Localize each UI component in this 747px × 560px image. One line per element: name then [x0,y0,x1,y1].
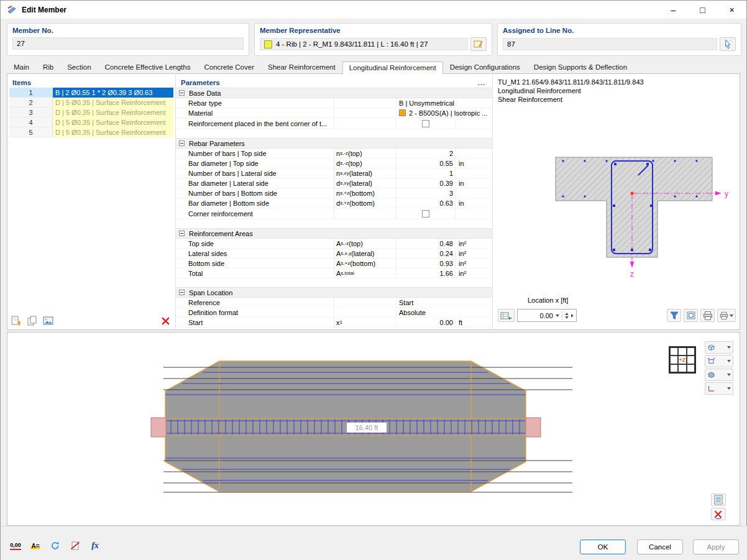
items-row-5[interactable]: 5D | 5 Ø0.35 | Surface Reinforcement [9,127,173,137]
param-value[interactable]: 0.00 [396,318,455,327]
collapse-icon[interactable] [179,90,185,96]
print-options-button[interactable] [717,309,736,322]
param-row-rebar-type[interactable]: Rebar typeB | Unsymmetrical [176,98,492,108]
material-color-swatch [399,109,406,116]
apply-button[interactable]: Apply [693,539,739,554]
member-view-panel[interactable]: 16.40 ft +Z [7,332,740,526]
reinforcement-placed-in-the-bent-corner-of-t-checkbox[interactable] [422,120,429,127]
decimal-places-button[interactable]: 0,00 [8,539,23,553]
param-row-lateral-sides[interactable]: Lateral sidesAs,±,y (lateral)0.24in² [176,249,492,259]
view-isometric-button[interactable] [705,341,733,354]
units-button[interactable]: A= [28,539,43,553]
dropdown-caret-icon [727,360,731,362]
member-representative-value: 4 - Rib | 2 - R_M1 9.843/11.811 | L : 16… [276,40,428,48]
regenerate-button[interactable] [48,539,63,553]
formula-button[interactable]: fx [88,539,103,553]
items-row-4[interactable]: 4D | 5 Ø0.35 | Surface Reinforcement [9,117,173,127]
copy-item-button[interactable] [26,315,39,327]
param-value[interactable]: 1.66 [396,269,455,278]
tab-design-configurations[interactable]: Design Configurations [443,61,527,74]
param-row-bottom-side[interactable]: Bottom sideAs,+z (bottom)0.93in² [176,259,492,269]
parameters-more-button[interactable]: ... [476,80,487,85]
param-row-reinforcement-placed-in-the-bent-corner-of-t[interactable]: Reinforcement placed in the bent corner … [176,118,492,129]
param-row-top-side[interactable]: Top sideAs,-z (top)0.48in² [176,239,492,249]
import-items-button[interactable] [42,315,55,327]
param-unit: in² [455,249,492,258]
param-row-bar-diameter-bottom-side[interactable]: Bar diameter | Bottom sideds,+z (bottom)… [176,198,492,208]
param-row-total[interactable]: TotalAs,total1.66in² [176,269,492,278]
param-value[interactable]: 0.39 [396,178,455,188]
clear-results-button[interactable] [711,508,726,520]
items-row-2[interactable]: 2D | 5 Ø0.35 | Surface Reinforcement [9,98,173,108]
param-value[interactable]: Start [396,298,492,307]
spin-down-icon[interactable] [565,316,569,319]
param-symbol [334,108,396,117]
span-length-text: 16.40 ft [355,424,378,431]
spin-up-icon[interactable] [565,313,569,315]
delete-items-button[interactable] [159,315,172,327]
param-row-reference[interactable]: ReferenceStart [176,298,492,308]
exclude-button[interactable] [68,539,83,553]
location-x-spinner[interactable]: 0.00 [517,309,577,322]
tab-shear-reinforcement[interactable]: Shear Reinforcement [261,61,342,74]
tab-rib[interactable]: Rib [36,61,60,74]
member-no-input[interactable]: 27 [12,37,244,50]
step-forward-icon[interactable] [571,314,574,318]
view-axes-button[interactable] [705,382,733,395]
new-item-button[interactable] [10,315,22,327]
result-table-button[interactable] [711,493,726,506]
tab-design-supports-deflection[interactable]: Design Supports & Deflection [527,61,634,74]
edit-representative-button[interactable] [470,37,487,51]
param-row-bar-diameter-top-side[interactable]: Bar diameter | Top sideds,-z (top)0.55in [176,158,492,168]
param-row-corner-reinforcement[interactable]: Corner reinforcement [176,208,492,219]
tab-concrete-cover[interactable]: Concrete Cover [197,61,261,74]
assigned-line-input[interactable]: 87 [503,38,717,50]
tab-main[interactable]: Main [7,61,36,74]
cancel-button[interactable]: Cancel [637,539,683,554]
select-line-button[interactable] [720,37,736,51]
collapse-icon[interactable] [179,231,185,236]
location-dropdown-icon[interactable] [556,314,559,317]
items-row-1[interactable]: 1B | 2 Ø0.55 1 * 2 Ø0.39 3 Ø0.63 [9,88,173,98]
ok-button[interactable]: OK [580,539,626,554]
frame-view-button[interactable] [684,309,698,322]
print-button[interactable] [700,309,715,322]
param-value[interactable]: 0.93 [396,259,455,268]
param-row-bar-diameter-lateral-side[interactable]: Bar diameter | Lateral sideds,±y (latera… [176,178,492,188]
section-title: Rebar Parameters [189,140,245,147]
corner-reinforcement-checkbox[interactable] [422,210,429,218]
param-value[interactable]: 1 [396,168,455,178]
view-cube-face-label[interactable]: +Z [678,356,686,364]
param-row-start[interactable]: Startx10.00ft [176,318,492,328]
maximize-button[interactable]: □ [688,1,717,19]
param-row-number-of-bars-lateral-side[interactable]: Number of bars | Lateral sidens,±y (late… [176,168,492,178]
param-row-definition-format[interactable]: Definition formatAbsolute [176,308,492,318]
tab-section[interactable]: Section [60,61,98,74]
param-value[interactable]: 0.55 [396,158,455,168]
param-value[interactable]: 3 [396,188,455,198]
filter-button[interactable] [667,309,681,322]
minimize-button[interactable]: – [659,1,688,19]
collapse-icon[interactable] [179,140,185,146]
param-row-number-of-bars-top-side[interactable]: Number of bars | Top sidens,-z (top)2 [176,149,492,158]
section-values-button[interactable] [498,309,515,322]
param-value[interactable]: 2 - B500S(A) | Isotropic ... [396,108,492,117]
view-cube[interactable]: +Z [669,346,696,374]
param-row-number-of-bars-bottom-side[interactable]: Number of bars | Bottom sidens,+z (botto… [176,188,492,198]
view-direction-button[interactable] [705,355,733,367]
param-symbol: As,-z (top) [334,239,396,248]
tab-longitudinal-reinforcement[interactable]: Longitudinal Reinforcement [342,62,443,75]
param-value[interactable]: 0.48 [396,239,455,248]
member-representative-field[interactable]: 4 - Rib | 2 - R_M1 9.843/11.811 | L : 16… [260,38,468,50]
close-button[interactable]: × [717,1,746,19]
items-row-3[interactable]: 3D | 5 Ø0.35 | Surface Reinforcement [9,108,173,117]
display-mode-button[interactable] [705,369,733,381]
param-value[interactable]: 0.24 [396,249,455,258]
param-value[interactable]: 2 [396,149,455,158]
param-value[interactable]: B | Unsymmetrical [396,98,492,108]
param-value[interactable]: Absolute [396,308,492,317]
tab-concrete-effective-lengths[interactable]: Concrete Effective Lengths [98,61,198,74]
collapse-icon[interactable] [179,290,185,295]
param-row-material[interactable]: Material2 - B500S(A) | Isotropic ... [176,108,492,118]
param-value[interactable]: 0.63 [396,198,455,208]
